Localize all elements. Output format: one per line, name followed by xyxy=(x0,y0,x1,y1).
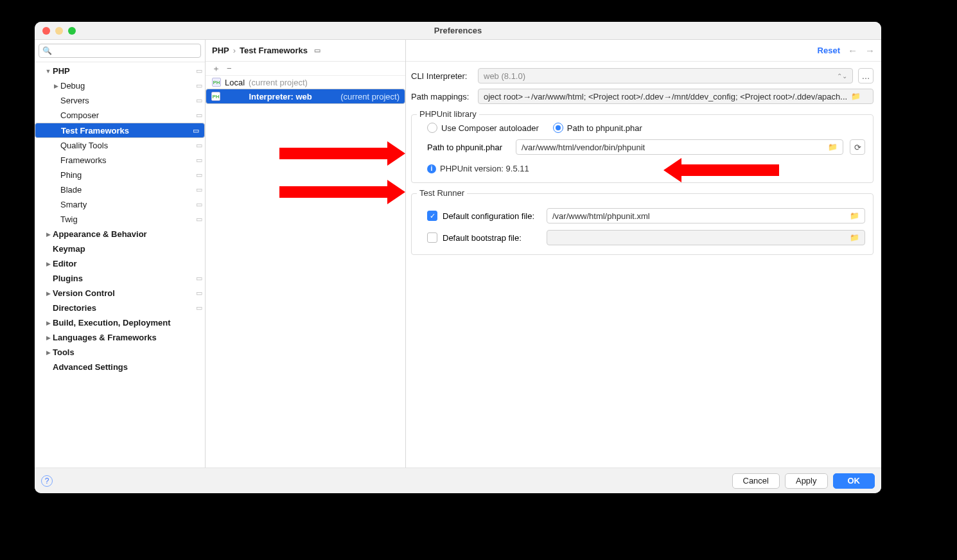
project-scope-icon: ▭ xyxy=(196,111,202,119)
default-config-checkbox[interactable]: ✓ xyxy=(427,211,437,221)
project-scope-icon: ▭ xyxy=(196,274,202,283)
radio-path-to-phar[interactable]: Path to phpunit.phar xyxy=(553,123,642,133)
sidebar-item[interactable]: Quality Tools▭ xyxy=(35,138,205,153)
current-project-icon: ▭ xyxy=(314,46,320,55)
config-name: Interpreter: web xyxy=(249,92,312,101)
search-input[interactable] xyxy=(39,44,201,58)
phpunit-library-group: PHPUnit library Use Composer autoloader … xyxy=(411,114,874,183)
sidebar-item[interactable]: ▶Build, Execution, Deployment xyxy=(35,315,205,330)
sidebar-item[interactable]: ▶Languages & Frameworks xyxy=(35,330,205,345)
cli-interpreter-browse[interactable]: … xyxy=(858,68,874,83)
sidebar-item[interactable]: Twig▭ xyxy=(35,212,205,227)
sidebar-item-label: Editor xyxy=(53,259,202,268)
sidebar-item-label: Directories xyxy=(53,303,193,313)
sidebar-item[interactable]: ▶Debug▭ xyxy=(35,78,205,93)
sidebar-item-label: Plugins xyxy=(53,274,193,283)
sidebar: 🔍 ▼PHP▭▶Debug▭Servers▭Composer▭Test Fram… xyxy=(35,40,206,468)
sidebar-item[interactable]: Frameworks▭ xyxy=(35,153,205,168)
radio-icon xyxy=(553,123,563,133)
radio-icon xyxy=(427,123,437,133)
chevron-right-icon: ▶ xyxy=(45,231,51,238)
forward-icon[interactable]: → xyxy=(865,45,875,56)
project-scope-icon: ▭ xyxy=(196,289,202,297)
chevron-right-icon: ▶ xyxy=(45,349,51,356)
project-scope-icon: ▭ xyxy=(196,67,202,75)
sidebar-item-label: Languages & Frameworks xyxy=(53,333,202,342)
cancel-button[interactable]: Cancel xyxy=(732,473,780,489)
sidebar-item[interactable]: Blade▭ xyxy=(35,182,205,197)
default-bootstrap-checkbox[interactable] xyxy=(427,232,437,243)
phpunit-version-text: PHPUnit version: 9.5.11 xyxy=(440,164,529,173)
project-scope-icon: ▭ xyxy=(196,186,202,194)
folder-icon[interactable]: 📁 xyxy=(850,233,859,242)
default-config-value: /var/www/html/phpunit.xml xyxy=(552,211,846,221)
cli-interpreter-select[interactable]: web (8.1.0) ⌃⌄ xyxy=(478,68,853,83)
sidebar-item[interactable]: ▶Version Control▭ xyxy=(35,286,205,301)
config-hint: (current project) xyxy=(340,92,399,101)
radio-composer-autoloader[interactable]: Use Composer autoloader xyxy=(427,123,539,133)
sidebar-item[interactable]: Keymap xyxy=(35,241,205,256)
folder-icon[interactable]: 📁 xyxy=(850,211,859,220)
phpunit-legend: PHPUnit library xyxy=(417,109,479,119)
back-icon[interactable]: ← xyxy=(848,45,857,56)
path-mappings-label: Path mappings: xyxy=(411,92,473,101)
sidebar-item[interactable]: Composer▭ xyxy=(35,108,205,123)
sidebar-item-label: Keymap xyxy=(53,244,202,254)
sidebar-item[interactable]: ▶Appearance & Behavior xyxy=(35,227,205,241)
sidebar-item[interactable]: ▶Tools xyxy=(35,345,205,360)
project-scope-icon: ▭ xyxy=(196,304,202,312)
sidebar-item-label: Phing xyxy=(60,170,193,180)
info-icon: i xyxy=(427,164,436,173)
default-config-field[interactable]: /var/www/html/phpunit.xml 📁 xyxy=(547,208,865,223)
sidebar-item[interactable]: Smarty▭ xyxy=(35,197,205,212)
project-scope-icon: ▭ xyxy=(196,156,202,164)
help-button[interactable]: ? xyxy=(41,475,53,487)
breadcrumb-item: PHP xyxy=(212,46,229,55)
add-button[interactable]: ＋ xyxy=(212,63,220,74)
window-title: Preferences xyxy=(35,26,881,35)
chevron-right-icon: ▶ xyxy=(45,335,51,341)
remove-button[interactable]: − xyxy=(227,64,232,73)
list-toolbar: ＋ − xyxy=(206,62,405,76)
sidebar-item[interactable]: Phing▭ xyxy=(35,168,205,182)
settings-tree: ▼PHP▭▶Debug▭Servers▭Composer▭Test Framew… xyxy=(35,62,205,468)
path-mappings-field[interactable]: oject root>→/var/www/html; <Project root… xyxy=(478,89,874,104)
folder-icon[interactable]: 📁 xyxy=(828,143,838,152)
sidebar-item-label: Build, Execution, Deployment xyxy=(53,318,202,328)
sidebar-item-label: Blade xyxy=(60,185,193,195)
test-runner-group: Test Runner ✓ Default configuration file… xyxy=(411,193,874,255)
project-scope-icon: ▭ xyxy=(196,82,202,90)
project-scope-icon: ▭ xyxy=(196,200,202,209)
sidebar-item[interactable]: ▼PHP▭ xyxy=(35,64,205,78)
sidebar-item-label: Version Control xyxy=(53,288,193,298)
sidebar-item[interactable]: Plugins▭ xyxy=(35,271,205,286)
config-list-item[interactable]: PHLocal (current project) xyxy=(206,76,405,89)
reload-button[interactable]: ⟳ xyxy=(850,139,865,155)
project-scope-icon: ▭ xyxy=(196,96,202,105)
apply-button[interactable]: Apply xyxy=(785,473,828,489)
runner-legend: Test Runner xyxy=(417,188,467,198)
chevron-right-icon: ▶ xyxy=(53,83,59,89)
sidebar-item[interactable]: ▶Editor xyxy=(35,256,205,271)
chevron-right-icon: ▶ xyxy=(45,290,51,297)
sidebar-item-label: Servers xyxy=(60,96,193,105)
sidebar-item[interactable]: Advanced Settings xyxy=(35,360,205,374)
sidebar-item[interactable]: Test Frameworks▭ xyxy=(35,123,205,138)
phar-path-value: /var/www/html/vendor/bin/phpunit xyxy=(522,143,824,152)
sidebar-item-label: Twig xyxy=(60,214,193,224)
chevron-down-icon: ▼ xyxy=(45,68,51,74)
folder-icon[interactable]: 📁 xyxy=(851,92,861,101)
php-icon: PH xyxy=(212,78,221,87)
phar-path-label: Path to phpunit.phar xyxy=(427,143,509,152)
sidebar-item[interactable]: Servers▭ xyxy=(35,93,205,108)
sidebar-item-label: Quality Tools xyxy=(60,141,193,150)
ok-button[interactable]: OK xyxy=(833,473,875,489)
sidebar-item[interactable]: Directories▭ xyxy=(35,301,205,315)
chevron-right-icon: ▶ xyxy=(45,261,51,267)
php-icon: PH xyxy=(211,92,220,101)
reset-button[interactable]: Reset xyxy=(818,46,840,55)
phar-path-field[interactable]: /var/www/html/vendor/bin/phpunit 📁 xyxy=(516,139,843,155)
config-list-item[interactable]: PHInterpreter: web (current project) xyxy=(206,89,405,104)
default-bootstrap-field[interactable]: 📁 xyxy=(547,230,865,245)
path-mappings-value: oject root>→/var/www/html; <Project root… xyxy=(484,92,847,101)
